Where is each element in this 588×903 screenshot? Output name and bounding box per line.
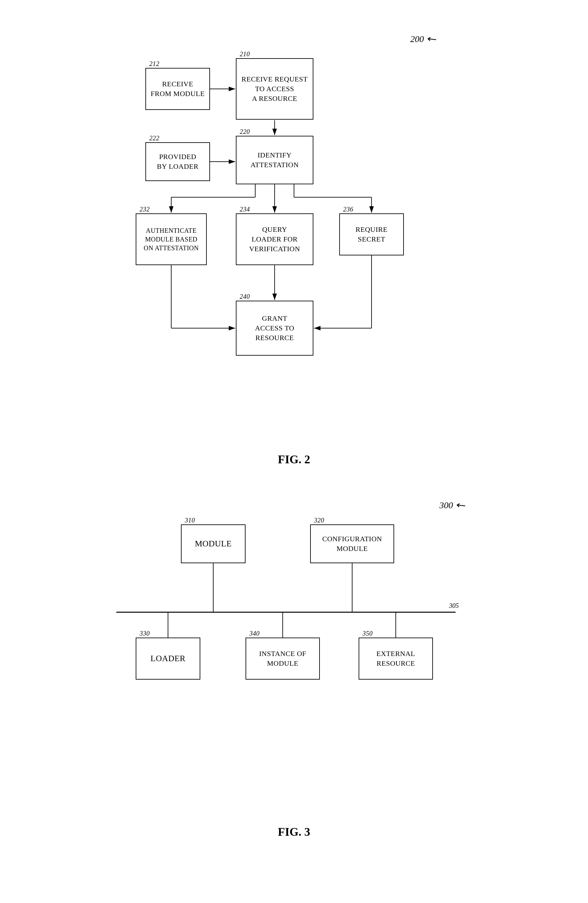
box-330-label: 330 [140,629,150,638]
box-220-text: IDENTIFY ATTESTATION [250,150,298,170]
box-212-label: 212 [149,60,160,68]
box-220-label: 220 [240,127,250,136]
box-232: 232 AUTHENTICATE MODULE BASED ON ATTESTA… [136,213,207,265]
page: 200 ↙ 212 RECEIVE FROM MODULE 210 RECEIV… [0,0,588,903]
box-236-text: REQUIRE SECRET [356,225,388,244]
box-240-label: 240 [240,292,250,301]
ref-200-label: 200 [410,34,424,44]
fig3-ref-number: 300 ↙ [439,499,465,511]
box-350-text: EXTERNAL RESOURCE [376,649,415,668]
box-310-text: MODULE [195,538,232,549]
box-210-text: RECEIVE REQUEST TO ACCESS A RESOURCE [241,74,308,103]
box-340-label: 340 [249,629,260,638]
fig3-diagram: 300 ↙ 310 MODULE 320 CONFIGURATION MODUL… [116,492,472,815]
box-222-text: PROVIDED BY LOADER [157,152,199,171]
box-222-label: 222 [149,134,160,143]
box-236: 236 REQUIRE SECRET [339,213,404,255]
box-232-text: AUTHENTICATE MODULE BASED ON ATTESTATION [144,226,199,253]
box-310: 310 MODULE [181,524,246,563]
box-236-label: 236 [343,205,353,214]
box-210: 210 RECEIVE REQUEST TO ACCESS A RESOURCE [236,58,314,120]
ref-arrow-icon: ↙ [425,31,439,46]
fig3-caption-text: FIG. 3 [278,825,310,838]
box-234-label: 234 [240,205,250,214]
box-240: 240 GRANT ACCESS TO RESOURCE [236,300,314,356]
box-330: 330 LOADER [136,637,200,680]
box-232-label: 232 [140,205,150,214]
box-234: 234 QUERY LOADER FOR VERIFICATION [236,213,314,265]
fig3-caption: FIG. 3 [278,825,310,838]
box-320-label: 320 [314,516,325,525]
box-340: 340 INSTANCE OF MODULE [246,637,320,680]
box-310-label: 310 [185,516,195,525]
box-220: 220 IDENTIFY ATTESTATION [236,136,314,184]
ref3-arrow-icon: ↙ [453,497,469,512]
box-340-text: INSTANCE OF MODULE [259,649,306,668]
box-210-label: 210 [240,50,250,58]
fig2-caption-text: FIG. 2 [278,453,310,466]
box-234-text: QUERY LOADER FOR VERIFICATION [249,225,300,253]
box-222: 222 PROVIDED BY LOADER [145,142,210,181]
fig2-diagram: 200 ↙ 212 RECEIVE FROM MODULE 210 RECEIV… [132,26,456,446]
box-350-label: 350 [362,629,373,638]
bus-line-305 [116,612,456,613]
fig2-ref-number: 200 ↙ [410,32,436,45]
bus-label-305: 305 [449,602,459,609]
box-240-text: GRANT ACCESS TO RESOURCE [255,314,294,342]
box-212: 212 RECEIVE FROM MODULE [145,68,210,110]
box-350: 350 EXTERNAL RESOURCE [359,637,433,680]
box-320-text: CONFIGURATION MODULE [322,534,382,553]
ref-300-label: 300 [439,500,453,510]
box-212-text: RECEIVE FROM MODULE [151,79,204,98]
box-320: 320 CONFIGURATION MODULE [310,524,394,563]
box-330-text: LOADER [151,653,185,664]
fig2-caption: FIG. 2 [278,453,310,466]
